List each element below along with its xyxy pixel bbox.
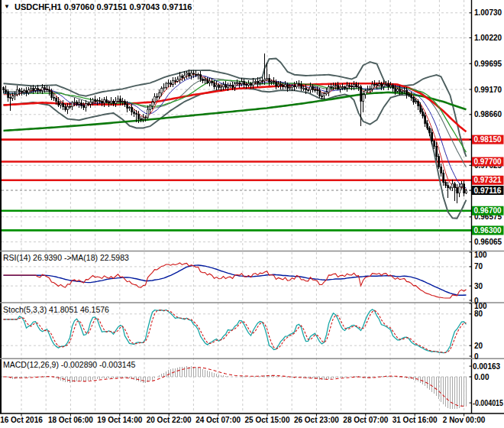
symbol-dropdown-icon[interactable]: ▼ <box>4 3 10 10</box>
price-axis-label: 0.98660 <box>474 110 502 118</box>
rsi-line <box>4 263 467 298</box>
symbol-ohlc-header: USDCHF,H1 0.97060 0.97151 0.97043 0.9711… <box>15 2 192 11</box>
price-badge-label: 0.97700 <box>474 157 502 166</box>
time-axis-label: 24 Oct 07:00 <box>195 416 241 424</box>
price-axis-label: 0.99170 <box>474 86 502 94</box>
grid-layer <box>2 0 471 413</box>
time-axis-label: 31 Oct 16:00 <box>393 416 438 424</box>
macd-indicator-header: MACD(12,26,9) -0.002890 -0.003145 <box>3 360 135 369</box>
time-axis-label: 18 Oct 06:00 <box>48 416 93 424</box>
stoch-main-line <box>4 310 467 353</box>
stoch-axis-label: 0 <box>474 352 479 361</box>
rsi-panel <box>2 263 471 298</box>
price-badge-label: 0.97321 <box>474 176 502 184</box>
time-axis-label: 19 Oct 14:00 <box>97 416 142 424</box>
price-badge-label: 0.98150 <box>474 135 502 144</box>
ma-slow-green-line <box>4 92 467 131</box>
rsi-axis-label: 100 <box>474 251 487 259</box>
time-axis-label: 16 Oct 2016 <box>0 416 43 424</box>
time-axis-label: 2 Nov 00:00 <box>443 416 486 424</box>
macd-axis-label: -0.004015 <box>473 399 503 407</box>
time-axis-label: 26 Oct 23:00 <box>294 416 339 424</box>
chart-window: ▼ USDCHF,H1 0.97060 0.97151 0.97043 0.97… <box>0 0 504 428</box>
price-badge-label: 0.96700 <box>474 206 502 215</box>
time-axis-label: 28 Oct 07:00 <box>343 416 388 424</box>
stoch-signal-line <box>4 310 467 352</box>
time-axis-label: 20 Oct 22:00 <box>147 416 192 424</box>
bollinger-upper-line <box>4 59 467 157</box>
rsi-axis-label: 30 <box>474 282 483 290</box>
macd-signal-line <box>4 368 467 407</box>
bollinger-lower-line <box>4 89 467 219</box>
macd-axis-label: 0.00 <box>474 373 489 381</box>
price-badge-label: 0.97116 <box>474 186 502 195</box>
price-axis-label: 0.96065 <box>474 238 502 246</box>
stoch-indicator-header: Stoch(5,3,3) 41.8051 46.1576 <box>3 305 109 314</box>
rsi-axis-label: 70 <box>474 262 483 271</box>
rsi-indicator-header: RSI(14) 26.9390 ->MA(18) 22.5983 <box>3 253 129 262</box>
macd-histogram <box>4 366 467 409</box>
price-axis-label: 1.00730 <box>474 8 502 17</box>
stoch-axis-label: 20 <box>474 342 483 350</box>
price-axis-label: 0.99695 <box>474 60 502 68</box>
stoch-axis-label: 80 <box>474 310 483 318</box>
price-badge-label: 0.96300 <box>474 226 502 235</box>
stochastic-panel <box>2 310 471 353</box>
time-axis-label: 25 Oct 15:00 <box>245 416 290 424</box>
price-axis-label: 1.00220 <box>474 34 502 42</box>
macd-axis-label: 0.00163 <box>473 362 500 371</box>
macd-panel <box>2 366 471 409</box>
